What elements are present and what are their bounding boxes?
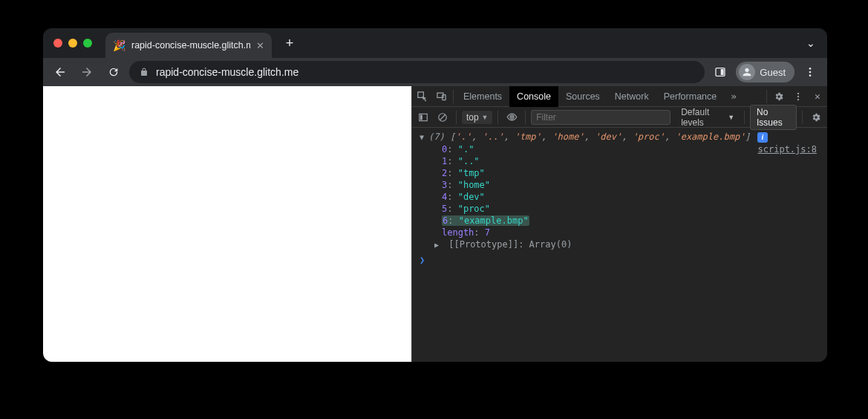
array-value: "dev" [458, 192, 485, 202]
array-preview-item: 'dev' [595, 131, 621, 142]
array-preview-item: 'proc' [633, 131, 665, 142]
array-value: "proc" [458, 204, 490, 214]
array-value: ".." [458, 156, 480, 166]
filter-input[interactable] [531, 110, 670, 125]
live-expression-icon[interactable] [503, 107, 520, 128]
svg-point-2 [809, 68, 812, 70]
source-link[interactable]: script.js:8 [758, 143, 817, 155]
browser-toolbar: rapid-concise-muscle.glitch.me Guest [43, 58, 827, 86]
devtools-panel: Elements Console Sources Network Perform… [411, 86, 827, 362]
array-preview-item: '.' [455, 131, 471, 142]
window-controls [53, 39, 92, 48]
chevron-down-icon: ▼ [728, 114, 734, 121]
reload-button[interactable] [102, 61, 125, 83]
length-key: length [442, 227, 474, 238]
array-preview-item: 'home' [552, 131, 584, 142]
array-preview-item: '..' [482, 131, 503, 142]
devtools-tabstrip: Elements Console Sources Network Perform… [412, 86, 827, 107]
info-badge-icon[interactable]: i [757, 132, 768, 143]
array-item-row[interactable]: 1: ".." [420, 155, 820, 167]
clear-console-icon[interactable] [434, 107, 451, 128]
console-settings-icon[interactable] [808, 107, 824, 128]
tab-favicon: 🎉 [113, 39, 125, 51]
tab-title: rapid-concise-muscle.glitch.m [131, 40, 250, 51]
arrow-right-icon [80, 65, 94, 79]
menu-button[interactable] [799, 61, 821, 83]
address-bar[interactable]: rapid-concise-muscle.glitch.me [129, 61, 705, 83]
prototype-row[interactable]: [[Prototype]]: Array(0) [420, 238, 820, 251]
log-levels-dropdown[interactable]: Default levels ▼ [681, 107, 734, 128]
array-preview-item: 'example.bmp' [675, 131, 745, 142]
tab-sources[interactable]: Sources [558, 86, 607, 107]
devtools-menu-icon[interactable] [789, 86, 808, 107]
tab-network[interactable]: Network [607, 86, 656, 107]
forward-button[interactable] [76, 61, 98, 83]
profile-label: Guest [760, 67, 786, 78]
length-value: 7 [485, 227, 490, 238]
toggle-sidebar-icon[interactable] [415, 107, 431, 128]
device-toggle-icon[interactable] [431, 86, 451, 107]
svg-point-3 [809, 71, 812, 74]
issues-button[interactable]: No Issues [750, 105, 797, 130]
close-tab-icon[interactable]: ✕ [256, 40, 264, 51]
array-item-row[interactable]: 5: "proc" [420, 203, 820, 215]
tab-overflow-icon[interactable]: ⌄ [806, 37, 815, 49]
array-value: "home" [458, 180, 490, 190]
close-window-button[interactable] [53, 39, 62, 48]
maximize-window-button[interactable] [83, 39, 92, 48]
tab-strip: 🎉 rapid-concise-muscle.glitch.m ✕ + ⌄ [43, 28, 827, 58]
lock-icon [140, 68, 149, 77]
array-item-row[interactable]: 6: "example.bmp" [420, 215, 820, 227]
svg-point-8 [797, 92, 799, 94]
avatar-icon [739, 64, 755, 80]
side-panel-icon[interactable] [709, 61, 731, 83]
browser-tab[interactable]: 🎉 rapid-concise-muscle.glitch.m ✕ [105, 33, 272, 58]
back-button[interactable] [49, 61, 71, 83]
profile-chip[interactable]: Guest [736, 62, 794, 82]
collapse-caret-icon[interactable] [420, 131, 428, 143]
minimize-window-button[interactable] [68, 39, 77, 48]
arrow-left-icon [53, 65, 67, 79]
reload-icon [108, 66, 120, 78]
tab-elements[interactable]: Elements [456, 86, 509, 107]
svg-point-15 [511, 116, 513, 118]
context-label: top [466, 112, 479, 123]
devtools-settings-icon[interactable] [769, 86, 789, 107]
svg-point-10 [797, 98, 799, 100]
chevron-down-icon: ▼ [482, 114, 489, 121]
console-toolbar: top ▼ Default levels ▼ No Issues [412, 107, 827, 128]
new-tab-button[interactable]: + [279, 33, 300, 53]
kebab-icon [804, 66, 816, 78]
devtools-close-icon[interactable]: ✕ [808, 86, 827, 107]
array-item-row[interactable]: 4: "dev" [420, 191, 820, 203]
array-value: "tmp" [458, 168, 485, 178]
array-summary-row[interactable]: (7) ['.', '..', 'tmp', 'home', 'dev', 'p… [420, 131, 820, 143]
context-selector[interactable]: top ▼ [462, 111, 493, 124]
console-prompt[interactable]: ❯ [420, 254, 820, 266]
tab-performance[interactable]: Performance [656, 86, 725, 107]
console-output[interactable]: (7) ['.', '..', 'tmp', 'home', 'dev', 'p… [412, 128, 827, 362]
page-viewport[interactable] [43, 86, 411, 362]
svg-rect-12 [420, 114, 422, 120]
svg-rect-1 [721, 69, 724, 75]
array-item-row[interactable]: 3: "home" [420, 179, 820, 191]
prototype-label: [[Prototype]] [448, 239, 518, 250]
array-preview-item: 'tmp' [515, 131, 541, 142]
svg-line-14 [440, 114, 446, 120]
inspect-element-icon[interactable] [412, 86, 431, 107]
tabs-overflow-icon[interactable]: » [724, 86, 743, 107]
expand-caret-icon[interactable] [434, 239, 443, 251]
tab-console[interactable]: Console [509, 86, 558, 107]
browser-window: 🎉 rapid-concise-muscle.glitch.m ✕ + ⌄ ra… [43, 28, 827, 362]
array-value: "." [458, 144, 474, 155]
array-value: "example.bmp" [459, 215, 529, 226]
prototype-value: Array(0) [529, 239, 572, 250]
array-item-row[interactable]: 2: "tmp" [420, 167, 820, 179]
prompt-icon: ❯ [420, 255, 425, 265]
content-area: Elements Console Sources Network Perform… [43, 86, 827, 362]
array-length-row[interactable]: length: 7 [420, 227, 820, 238]
url-text: rapid-concise-muscle.glitch.me [156, 66, 298, 78]
svg-point-4 [809, 74, 812, 77]
array-count: (7) [428, 131, 445, 142]
svg-point-9 [797, 95, 799, 97]
